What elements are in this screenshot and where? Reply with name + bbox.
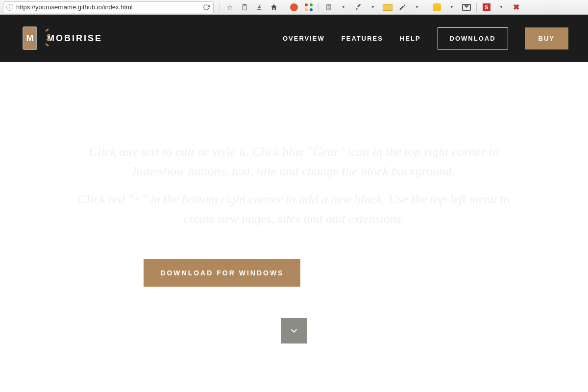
download-windows-button[interactable]: DOWNLOAD FOR WINDOWS <box>144 259 300 287</box>
dropdown-icon[interactable]: ▼ <box>447 2 457 12</box>
toolbar-separator <box>220 3 220 12</box>
download-button[interactable]: DOWNLOAD <box>438 27 508 49</box>
nav-overview[interactable]: OVERVIEW <box>283 35 325 42</box>
chevron-down-icon <box>289 325 299 336</box>
browser-chrome: i ☆ ▼ <box>0 0 588 15</box>
x-close-icon[interactable]: ✖ <box>511 2 521 12</box>
download-mac-button[interactable]: DOWNLOAD FOR MAC <box>311 259 444 287</box>
logo-letter: M <box>26 33 34 44</box>
browser-toolbar: ☆ ▼ ▼ <box>216 2 588 12</box>
dropdown-icon[interactable]: ▼ <box>412 2 422 12</box>
brand-name: MOBIRISE <box>47 33 102 44</box>
hero-section: FULL SCREEN INTRO Click any text to edit… <box>0 62 588 392</box>
hero-paragraph-1[interactable]: Click any text to edit or style it. Clic… <box>69 142 519 182</box>
hero-title[interactable]: FULL SCREEN INTRO <box>77 92 511 134</box>
logo-mark-icon: M <box>20 25 40 51</box>
dropdown-icon[interactable]: ▼ <box>368 2 378 12</box>
site-info-icon[interactable]: i <box>6 4 13 11</box>
reload-icon[interactable] <box>202 3 210 11</box>
eyedropper-icon[interactable] <box>397 2 407 12</box>
hero-paragraph-2[interactable]: Click red "+" in the bottom right corner… <box>69 190 519 229</box>
ruler-icon[interactable] <box>383 2 392 12</box>
site-header: M MOBIRISE OVERVIEW FEATURES HELP DOWNLO… <box>0 15 588 62</box>
dropdown-icon[interactable]: ▼ <box>339 2 348 12</box>
nav-help[interactable]: HELP <box>400 35 421 42</box>
toolbar-separator <box>318 3 319 12</box>
star-icon[interactable]: ☆ <box>225 2 235 12</box>
emoji-icon[interactable] <box>432 2 442 12</box>
mail-icon[interactable] <box>462 2 471 12</box>
buy-button[interactable]: BUY <box>525 27 568 49</box>
s-badge-icon[interactable]: S <box>482 2 491 12</box>
hero-buttons: DOWNLOAD FOR WINDOWS DOWNLOAD FOR MAC <box>144 259 444 287</box>
brush-icon[interactable] <box>353 2 363 12</box>
home-icon[interactable] <box>269 2 279 12</box>
url-input[interactable] <box>16 3 200 11</box>
color-dots-icon[interactable] <box>304 2 314 12</box>
brand-logo[interactable]: M MOBIRISE <box>20 25 102 51</box>
scroll-down-button[interactable] <box>281 318 307 343</box>
main-nav: OVERVIEW FEATURES HELP DOWNLOAD BUY <box>283 27 568 49</box>
toolbar-separator <box>284 3 284 12</box>
nav-features[interactable]: FEATURES <box>342 35 383 42</box>
address-bar[interactable]: i <box>3 1 214 13</box>
download-arrow-icon[interactable] <box>254 2 264 12</box>
duckduckgo-icon[interactable] <box>289 2 299 12</box>
clipboard-icon[interactable] <box>240 2 249 12</box>
dropdown-icon[interactable]: ▼ <box>496 2 506 12</box>
notes-icon[interactable] <box>324 2 334 12</box>
toolbar-separator <box>427 3 427 12</box>
toolbar-separator <box>476 3 477 12</box>
